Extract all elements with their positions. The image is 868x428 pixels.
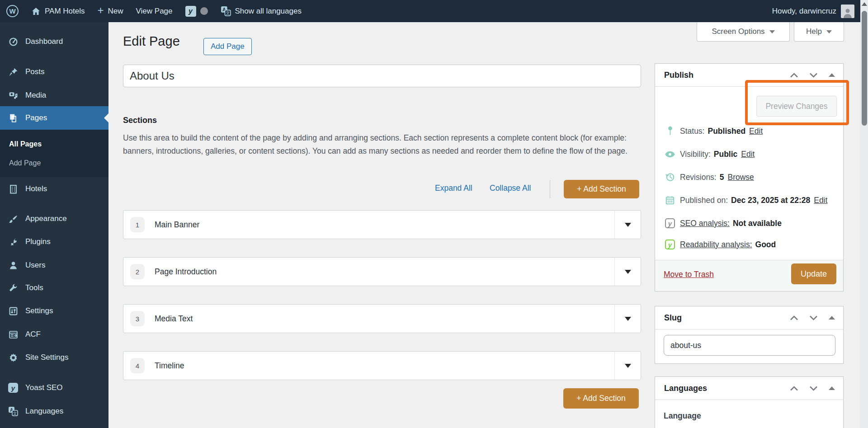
expand-all-link[interactable]: Expand All [435,183,472,193]
admin-bar: W PAM Hotels + New View Page y A文 Show a… [0,0,868,22]
sidebar-item-label: Plugins [25,237,51,246]
move-to-trash-link[interactable]: Move to Trash [664,270,714,279]
sidebar-item-plugins[interactable]: Plugins [0,230,108,254]
visibility-edit-link[interactable]: Edit [741,150,755,159]
add-section-button-top[interactable]: + Add Section [564,180,639,198]
slug-input[interactable] [664,335,835,356]
move-up-icon[interactable] [790,73,798,78]
readability-analysis-link[interactable]: Readability analysis: [680,240,752,249]
page-title-input[interactable] [123,65,641,87]
visibility-row: Visibility: Public Edit [665,148,836,160]
sidebar-item-tools[interactable]: Tools [0,276,108,300]
section-row-timeline[interactable]: 4 Timeline [123,351,641,380]
section-number-badge: 4 [130,358,145,373]
sidebar-item-languages[interactable]: A文 Languages [0,400,108,423]
slug-panel-header[interactable]: Slug [655,306,843,329]
sections-heading: Sections [123,116,157,125]
revisions-row: Revisions: 5 Browse [665,171,836,183]
yoast-seo-menu[interactable]: y [179,0,214,22]
dashboard-icon [8,37,19,47]
view-page-link[interactable]: View Page [130,0,179,22]
user-avatar [841,5,854,18]
languages-title: Languages [664,384,707,393]
submenu-item-label: Add Page [9,159,41,167]
scroll-up-arrow-icon[interactable] [862,2,867,6]
submenu-item-all-pages[interactable]: All Pages [0,135,108,153]
show-all-languages-menu[interactable]: A文 Show all languages [214,0,308,22]
section-title: Main Banner [155,220,199,230]
seo-analysis-link[interactable]: SEO analysis: [680,219,730,228]
submenu-item-add-page[interactable]: Add Page [0,154,108,172]
section-toggle[interactable] [614,305,641,333]
revisions-browse-link[interactable]: Browse [727,173,754,182]
wp-logo-menu[interactable]: W [0,0,25,22]
chevron-down-icon [625,317,631,321]
move-up-icon[interactable] [790,315,798,320]
user-icon [8,261,19,270]
move-down-icon[interactable] [809,73,818,78]
translate-icon: A文 [8,406,19,416]
screen-options-button[interactable]: Screen Options [697,22,790,42]
sidebar-item-settings[interactable]: Settings [0,299,108,323]
languages-panel-header[interactable]: Languages [655,377,843,400]
chevron-down-icon [769,30,775,33]
publish-panel-header[interactable]: Publish [655,64,843,87]
chevron-down-icon [625,270,631,274]
update-button[interactable]: Update [791,263,836,284]
help-button[interactable]: Help [794,22,844,42]
pages-icon [8,113,19,123]
toggle-panel-icon[interactable] [829,386,835,390]
revisions-label: Revisions: [680,173,717,182]
add-section-button-bottom[interactable]: + Add Section [563,388,639,409]
sidebar-item-users[interactable]: Users [0,254,108,277]
move-down-icon[interactable] [809,315,818,320]
section-toggle[interactable] [614,352,641,380]
seo-score-dot-icon [200,7,208,15]
eye-icon [665,151,675,158]
home-icon [31,7,41,16]
published-on-edit-link[interactable]: Edit [814,196,827,205]
new-content-menu[interactable]: + New [91,0,130,22]
sidebar-item-label: Yoast SEO [25,383,63,392]
sidebar-item-posts[interactable]: Posts [0,60,108,84]
sidebar-item-acf[interactable]: ACF [0,323,108,346]
move-up-icon[interactable] [790,386,798,391]
section-row-main-banner[interactable]: 1 Main Banner [123,210,641,239]
history-clock-icon [665,172,675,182]
add-page-button[interactable]: Add Page [203,38,252,55]
section-row-media-text[interactable]: 3 Media Text [123,304,641,333]
sidebar-item-appearance[interactable]: Appearance [0,207,108,230]
sidebar-item-pages[interactable]: Pages [0,106,108,130]
toggle-panel-icon[interactable] [829,73,835,77]
scrollbar-track[interactable] [860,0,868,428]
wordpress-logo-icon: W [6,5,19,17]
sidebar-item-yoast-seo[interactable]: y Yoast SEO [0,376,108,400]
yoast-icon: y [8,383,19,393]
sidebar-item-hotels[interactable]: Hotels [0,177,108,201]
section-toggle[interactable] [614,211,641,239]
scrollbar-thumb[interactable] [862,11,867,126]
seo-analysis-row: y SEO analysis: Not available [665,217,836,230]
account-menu[interactable]: Howdy, darwincruz [772,0,868,22]
submenu-item-label: All Pages [9,140,42,148]
sidebar-item-dashboard[interactable]: Dashboard [0,30,108,53]
sidebar-item-label: Settings [25,306,53,315]
section-number-badge: 1 [130,217,145,232]
slug-title: Slug [664,313,682,323]
site-name-link[interactable]: PAM Hotels [25,0,91,22]
section-row-page-introduction[interactable]: 2 Page Introduction [123,257,641,286]
sections-description: Use this area to build the content of th… [123,132,644,158]
preview-changes-button[interactable]: Preview Changes [756,96,837,117]
sidebar-item-label: ACF [25,330,41,339]
sidebar-item-media[interactable]: Media [0,84,108,107]
move-down-icon[interactable] [809,386,818,391]
sidebar-item-label: Site Settings [25,353,68,362]
settings-icon [8,306,19,316]
brush-icon [8,214,19,224]
collapse-all-link[interactable]: Collapse All [490,183,531,193]
show-all-languages-label: Show all languages [235,7,302,16]
status-edit-link[interactable]: Edit [749,127,763,136]
section-toggle[interactable] [614,258,641,286]
toggle-panel-icon[interactable] [829,316,835,320]
sidebar-item-site-settings[interactable]: Site Settings [0,346,108,369]
